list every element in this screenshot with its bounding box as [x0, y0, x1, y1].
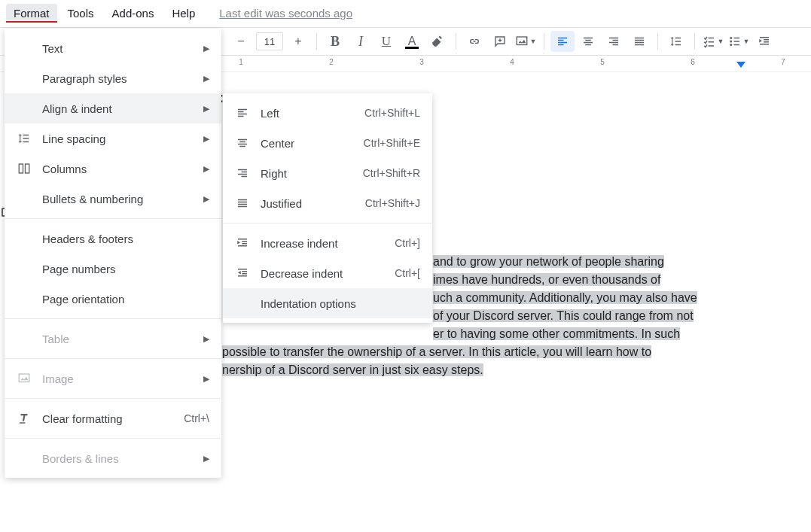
bulleted-list-button[interactable]: ▼	[727, 31, 751, 52]
chevron-right-icon: ▶	[203, 44, 209, 53]
shortcut-label: Ctrl+]	[395, 237, 420, 249]
chevron-right-icon: ▶	[203, 334, 209, 344]
align-center-icon	[235, 136, 250, 150]
shortcut-label: Ctrl+[	[395, 267, 420, 279]
shortcut-label: Ctrl+Shift+R	[363, 167, 420, 179]
ruler-tick-3: 3	[419, 58, 424, 66]
menu-format[interactable]: Format	[6, 4, 57, 23]
menu-bullets-numbering[interactable]: Bullets & numbering ▶	[5, 184, 221, 214]
align-right-button[interactable]	[602, 31, 626, 52]
line-spacing-icon	[17, 132, 32, 145]
doc-line: of your Discord server. This could range…	[433, 309, 694, 322]
menu-borders-lines: Borders & lines ▶	[5, 443, 221, 473]
submenu-decrease-indent[interactable]: Decrease indent Ctrl+[	[223, 258, 432, 288]
checklist-button[interactable]: ▼	[701, 31, 725, 52]
align-left-icon	[556, 35, 569, 48]
format-dropdown: Text ▶ Paragraph styles ▶ Align & indent…	[5, 29, 221, 478]
indent-increase-icon	[758, 35, 771, 48]
chevron-right-icon: ▶	[203, 374, 209, 384]
submenu-align-right[interactable]: Right Ctrl+Shift+R	[223, 158, 432, 188]
chevron-right-icon: ▶	[203, 194, 209, 204]
align-justify-icon	[235, 196, 250, 210]
chevron-right-icon: ▶	[203, 134, 209, 144]
align-indent-submenu: Left Ctrl+Shift+L Center Ctrl+Shift+E Ri…	[223, 93, 432, 323]
line-spacing-icon	[669, 35, 683, 48]
menu-columns[interactable]: Columns ▶	[5, 154, 221, 184]
line-spacing-button[interactable]	[664, 31, 688, 52]
shortcut-label: Ctrl+Shift+J	[365, 197, 420, 209]
align-right-icon	[235, 166, 250, 180]
ruler-tick-4: 4	[510, 58, 514, 66]
text-color-button[interactable]: A	[400, 31, 424, 52]
menu-line-spacing[interactable]: Line spacing ▶	[5, 123, 221, 154]
menu-text[interactable]: Text ▶	[5, 33, 221, 63]
chevron-right-icon: ▶	[203, 104, 209, 114]
highlight-button[interactable]	[425, 31, 450, 52]
align-left-icon	[235, 106, 250, 120]
font-size-decrease-button[interactable]: −	[229, 31, 253, 52]
menu-table: Table ▶	[5, 324, 221, 354]
svg-point-2	[730, 41, 732, 43]
menu-addons[interactable]: Add-ons	[105, 4, 162, 23]
menu-separator	[5, 398, 221, 399]
svg-rect-5	[26, 164, 29, 173]
chevron-right-icon: ▶	[203, 454, 209, 464]
menu-tools[interactable]: Tools	[60, 4, 102, 23]
align-center-button[interactable]	[576, 31, 600, 52]
submenu-align-left[interactable]: Left Ctrl+Shift+L	[223, 98, 432, 128]
menu-align-indent[interactable]: Align & indent ▶	[5, 93, 221, 123]
ruler-tick-5: 5	[600, 58, 605, 66]
underline-button[interactable]: U	[374, 31, 398, 52]
chevron-right-icon: ▶	[203, 164, 209, 174]
menu-separator	[5, 358, 221, 359]
comment-icon	[493, 35, 507, 48]
doc-line: nership of a Discord server in just six …	[222, 363, 483, 376]
submenu-align-justified[interactable]: Justified Ctrl+Shift+J	[223, 188, 432, 218]
font-size-input[interactable]: 11	[256, 32, 283, 50]
right-indent-marker[interactable]	[736, 62, 745, 68]
align-left-button[interactable]	[550, 31, 575, 52]
menu-page-numbers[interactable]: Page numbers	[5, 254, 221, 284]
align-right-icon	[607, 35, 620, 48]
menu-help[interactable]: Help	[164, 4, 203, 23]
bold-button[interactable]: B	[323, 31, 347, 52]
align-center-icon	[581, 35, 595, 48]
doc-line: imes have hundreds, or even thousands of	[433, 273, 660, 286]
ruler-tick-6: 6	[691, 58, 695, 66]
menu-separator	[223, 223, 432, 223]
menu-clear-formatting[interactable]: Clear formatting Ctrl+\	[5, 403, 221, 433]
menu-paragraph-styles[interactable]: Paragraph styles ▶	[5, 63, 221, 93]
bullet-list-icon	[728, 35, 742, 48]
shortcut-label: Ctrl+Shift+L	[364, 107, 420, 119]
doc-line: er to having some other commitments. In …	[433, 327, 680, 340]
menu-separator	[5, 438, 221, 439]
columns-icon	[17, 162, 32, 175]
shortcut-label: Ctrl+Shift+E	[364, 137, 420, 149]
doc-line: and to grow your network of people shari…	[433, 255, 664, 268]
font-size-increase-button[interactable]: +	[286, 31, 310, 52]
last-edit-link[interactable]: Last edit was seconds ago	[219, 7, 352, 20]
submenu-align-center[interactable]: Center Ctrl+Shift+E	[223, 128, 432, 158]
menu-headers-footers[interactable]: Headers & footers	[5, 223, 221, 254]
checklist-icon	[703, 35, 716, 48]
indent-increase-button[interactable]	[752, 31, 776, 52]
align-justify-button[interactable]	[627, 31, 651, 52]
shortcut-label: Ctrl+\	[184, 412, 209, 424]
insert-comment-button[interactable]	[488, 31, 512, 52]
italic-button[interactable]: I	[349, 31, 373, 52]
image-icon	[17, 372, 32, 385]
menu-image: Image ▶	[5, 363, 221, 394]
doc-line: uch a community. Additionally, you may a…	[433, 291, 697, 304]
submenu-increase-indent[interactable]: Increase indent Ctrl+]	[223, 228, 432, 258]
insert-image-button[interactable]: ▼	[514, 31, 538, 52]
ruler-tick-2: 2	[329, 58, 334, 66]
indent-decrease-icon	[235, 266, 250, 280]
menu-page-orientation[interactable]: Page orientation	[5, 284, 221, 314]
insert-link-button[interactable]	[462, 31, 486, 52]
svg-rect-4	[19, 164, 23, 173]
submenu-indentation-options[interactable]: Indentation options	[223, 288, 432, 318]
clear-formatting-icon	[17, 412, 32, 425]
image-icon	[515, 35, 529, 48]
ruler-tick-7: 7	[781, 58, 785, 66]
indent-increase-icon	[235, 236, 250, 250]
